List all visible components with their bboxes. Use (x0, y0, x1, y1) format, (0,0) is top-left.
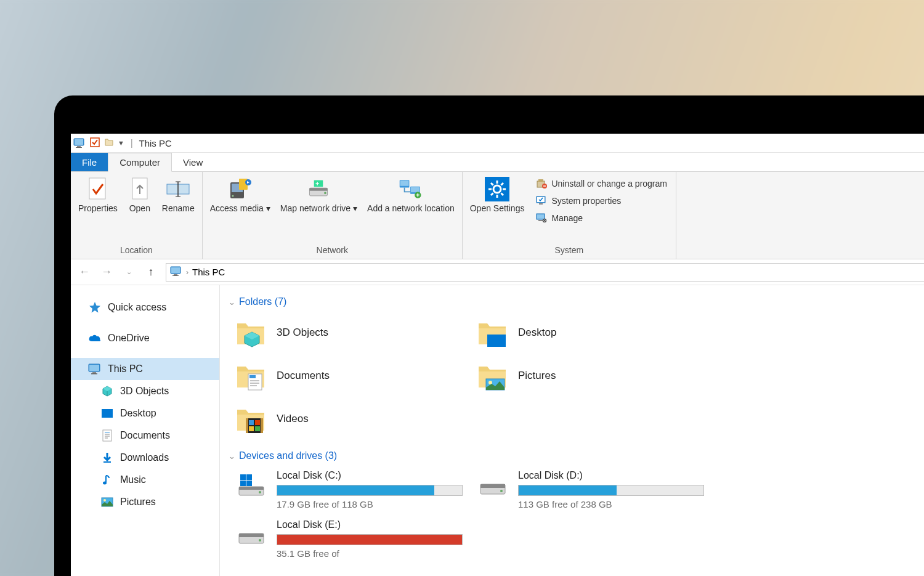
folder-pictures-icon (476, 359, 509, 392)
titlebar-separator: | (131, 138, 133, 148)
access-media-button[interactable]: Access media ▾ (206, 174, 274, 216)
folders-section-header[interactable]: ⌄ Folders (7) (229, 291, 924, 312)
chevron-down-icon: ⌄ (229, 298, 235, 307)
pictures-icon (100, 495, 114, 509)
tab-computer[interactable]: Computer (108, 153, 172, 172)
breadcrumb-this-pc[interactable]: This PC (192, 267, 225, 277)
sidebar-3d-objects[interactable]: 3D Objects (71, 380, 219, 402)
svg-rect-54 (102, 409, 113, 418)
svg-rect-51 (89, 365, 99, 371)
manage-button[interactable]: Manage (533, 210, 670, 226)
documents-icon (100, 429, 114, 442)
svg-rect-3 (76, 147, 82, 148)
sidebar-onedrive[interactable]: OneDrive (71, 327, 219, 349)
ribbon-tabs: File Computer View (71, 153, 924, 172)
new-folder-qat-icon[interactable] (104, 137, 114, 149)
drive-icon (235, 519, 268, 549)
chevron-down-icon: ⌄ (229, 452, 235, 461)
drive-item[interactable]: Local Disk (E:)35.1 GB free of (229, 516, 469, 562)
svg-rect-84 (240, 481, 246, 486)
settings-gear-icon (485, 177, 509, 201)
manage-icon (535, 212, 548, 224)
svg-rect-44 (538, 220, 543, 221)
folder-documents-icon (235, 359, 268, 392)
drive-label: Local Disk (E:) (277, 519, 463, 530)
onedrive-cloud-icon (88, 331, 102, 345)
nav-up-button[interactable]: ↑ (144, 265, 158, 280)
uninstall-icon (535, 177, 548, 190)
explorer-window: ▼ | This PC File Computer View Propertie… (71, 134, 924, 576)
sidebar-downloads[interactable]: Downloads (71, 447, 219, 469)
this-pc-icon (88, 362, 102, 376)
address-bar: ← → ⌄ ↑ › This PC (71, 259, 924, 285)
svg-point-81 (259, 491, 261, 493)
sidebar-quick-access[interactable]: Quick access (71, 296, 219, 318)
folder-3d-objects[interactable]: 3D Objects (229, 312, 469, 353)
nav-recent-dropdown[interactable]: ⌄ (121, 265, 136, 280)
svg-rect-75 (249, 420, 254, 425)
svg-rect-49 (172, 275, 179, 276)
svg-rect-87 (480, 484, 505, 488)
drive-icon (235, 470, 268, 500)
main-content: ⌄ Folders (7) 3D Objects Desktop (220, 285, 924, 576)
drive-label: Local Disk (D:) (518, 470, 704, 481)
sidebar-music[interactable]: Music (71, 469, 219, 491)
star-icon (88, 301, 102, 314)
svg-rect-77 (249, 426, 254, 431)
nav-forward-button[interactable]: → (99, 265, 114, 280)
tab-file[interactable]: File (71, 153, 108, 171)
sidebar-this-pc[interactable]: This PC (71, 358, 219, 380)
nav-back-button[interactable]: ← (77, 265, 92, 280)
sidebar-documents[interactable]: Documents (71, 424, 219, 447)
folder-pictures[interactable]: Pictures (470, 355, 710, 396)
drive-capacity-bar (277, 485, 463, 496)
svg-rect-43 (537, 214, 544, 219)
svg-rect-47 (171, 267, 180, 273)
uninstall-program-button[interactable]: Uninstall or change a program (533, 176, 670, 192)
properties-qat-icon[interactable] (89, 137, 100, 150)
system-properties-button[interactable]: System properties (533, 193, 670, 209)
drive-icon (476, 470, 509, 500)
folder-desktop[interactable]: Desktop (470, 312, 710, 353)
add-network-location-button[interactable]: Add a network location (363, 174, 458, 216)
drive-item[interactable]: Local Disk (C:)17.9 GB free of 118 GB (229, 466, 469, 513)
rename-icon (166, 177, 190, 201)
svg-rect-76 (255, 420, 260, 425)
svg-rect-48 (174, 274, 177, 275)
svg-rect-55 (103, 430, 111, 441)
open-settings-button[interactable]: Open Settings (466, 174, 529, 216)
rename-button[interactable]: Rename (158, 174, 198, 216)
tab-view[interactable]: View (172, 153, 214, 171)
music-note-icon (100, 473, 114, 487)
svg-point-88 (500, 490, 503, 492)
drive-label: Local Disk (C:) (277, 470, 463, 481)
svg-rect-52 (92, 372, 96, 373)
svg-rect-66 (249, 375, 256, 378)
drives-section-header[interactable]: ⌄ Devices and drives (3) (229, 445, 924, 466)
svg-rect-73 (246, 418, 248, 433)
ribbon: Properties Open Rename Location (71, 172, 924, 259)
properties-button[interactable]: Properties (75, 174, 121, 216)
address-path[interactable]: › This PC (166, 263, 924, 282)
downloads-arrow-icon (100, 451, 114, 464)
add-network-location-icon (399, 177, 423, 201)
svg-rect-85 (246, 481, 252, 486)
desktop-icon (100, 407, 114, 420)
svg-rect-21 (400, 181, 408, 186)
title-bar: ▼ | This PC (71, 134, 924, 153)
quick-access-toolbar: ▼ (89, 137, 124, 150)
ribbon-group-network: Access media ▾ Map network drive ▾ Add a… (203, 172, 463, 259)
sidebar-pictures[interactable]: Pictures (71, 491, 219, 513)
svg-rect-53 (91, 373, 97, 375)
this-pc-system-icon (73, 137, 86, 149)
svg-rect-17 (310, 188, 328, 191)
map-drive-icon (306, 177, 331, 201)
folder-documents[interactable]: Documents (229, 355, 469, 396)
drive-item[interactable]: Local Disk (D:)113 GB free of 238 GB (470, 466, 710, 513)
sidebar-desktop[interactable]: Desktop (71, 402, 219, 424)
open-button[interactable]: Open (124, 174, 156, 216)
folder-videos[interactable]: Videos (229, 399, 469, 439)
open-icon (128, 177, 152, 201)
qat-dropdown-icon[interactable]: ▼ (118, 139, 124, 147)
map-network-drive-button[interactable]: Map network drive ▾ (277, 174, 361, 216)
